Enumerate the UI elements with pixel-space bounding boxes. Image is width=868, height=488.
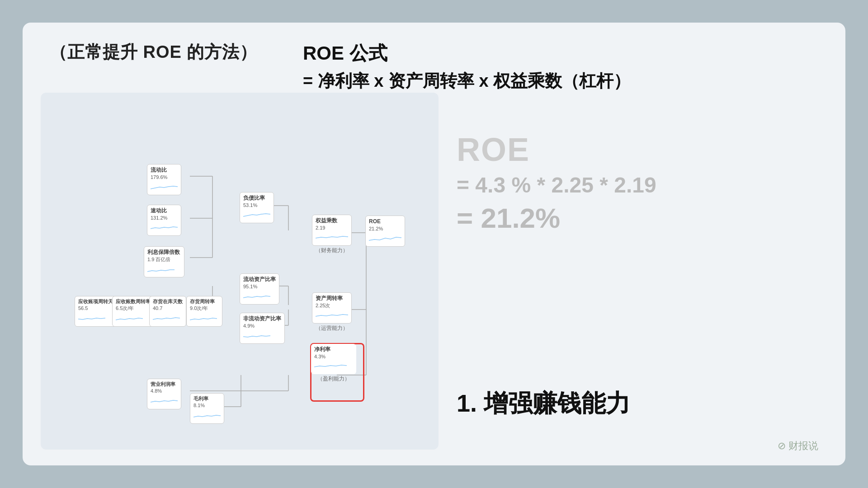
roe-calculation: = 4.3 % * 2.25 * 2.19 [457,173,818,197]
node-non-current-asset: 非流动资产比率 4.9% [240,313,285,344]
node-asset-turnover: 资产周转率 2.25次 （运营能力） [312,292,352,332]
node-debt-ratio: 负债比率 53.1% [240,192,274,223]
roe-display: ROE = 4.3 % * 2.25 * 2.19 = 21.2% [457,131,818,234]
connector-lines [41,93,439,450]
non-current-chart [243,331,270,340]
operating-profit-chart [151,396,178,405]
debt-chart [243,210,270,219]
node-inventory-days: 存货在库天数 40.7 [149,296,186,327]
node-net-profit-margin: 净利率 4.3% （盈利能力） [311,344,356,383]
node-roe-main: ROE 21.2% [365,216,405,247]
formula-title: ROE 公式 [303,41,818,66]
ar-days-chart [78,314,105,323]
node-gross-margin: 毛利率 8.1% [190,393,224,424]
inventory-turnover-chart [190,314,217,323]
ar-turnover-chart [116,314,143,323]
roe-label: ROE [457,131,818,168]
roe-result: = 21.2% [457,202,818,234]
asset-turnover-chart [316,310,348,319]
formula-area: ROE 公式 = 净利率 x 资产周转率 x 权益乘数（杠杆） [303,41,818,93]
current-asset-chart [243,291,270,300]
slide: （正常提升 ROE 的方法） ROE 公式 = 净利率 x 资产周转率 x 权益… [23,23,845,465]
gross-margin-chart [193,411,221,420]
node-current-ratio: 流动比 179.6% [147,164,181,195]
node-current-asset-ratio: 流动资产比率 95.1% [240,273,279,305]
top-left-title: （正常提升 ROE 的方法） [50,41,257,64]
watermark: ⊘ 财报说 [778,439,818,453]
diagram-area: ROE 21.2% 权益乘数 2.19 （财务能力） 负债比率 53.1% [41,93,439,450]
interest-chart [147,264,175,273]
node-ar-turnover: 应收账数周转率 6.5次/年 [112,296,154,327]
net-profit-chart [314,361,347,371]
node-quick-ratio: 速动比 131.2% [147,205,181,236]
bottom-highlight-text: 1. 增强赚钱能力 [457,387,818,420]
roe-main-chart [369,234,401,243]
formula-content: = 净利率 x 资产周转率 x 权益乘数（杠杆） [303,70,818,93]
inventory-days-chart [153,314,180,323]
current-ratio-chart [151,182,178,191]
quick-ratio-chart [151,223,178,232]
node-interest-coverage: 利息保障倍数 1.9 百亿倍 [144,246,184,277]
node-equity-multiplier: 权益乘数 2.19 （财务能力） [312,215,352,254]
node-operating-profit: 营业利润率 4.8% [147,379,181,409]
equity-chart [316,233,348,242]
node-inventory-turnover: 存货周转率 9.0次/年 [186,296,222,327]
